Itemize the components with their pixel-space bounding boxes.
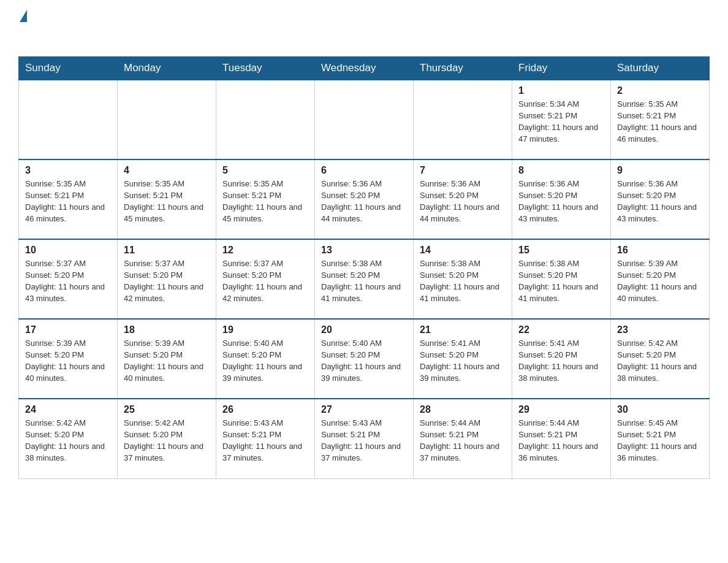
calendar-cell: 26Sunrise: 5:43 AM Sunset: 5:21 PM Dayli…: [216, 399, 315, 478]
day-number: 21: [420, 324, 506, 335]
calendar-cell: 13Sunrise: 5:38 AM Sunset: 5:20 PM Dayli…: [315, 239, 414, 319]
day-number: 23: [617, 324, 703, 335]
sun-info: Sunrise: 5:36 AM Sunset: 5:20 PM Dayligh…: [617, 178, 703, 224]
sun-info: Sunrise: 5:37 AM Sunset: 5:20 PM Dayligh…: [222, 258, 308, 304]
day-number: 4: [124, 165, 210, 176]
calendar-header-tuesday: Tuesday: [216, 57, 315, 80]
sun-info: Sunrise: 5:42 AM Sunset: 5:20 PM Dayligh…: [25, 418, 111, 464]
sun-info: Sunrise: 5:42 AM Sunset: 5:20 PM Dayligh…: [617, 338, 703, 384]
sun-info: Sunrise: 5:36 AM Sunset: 5:20 PM Dayligh…: [518, 178, 604, 224]
calendar-cell: 19Sunrise: 5:40 AM Sunset: 5:20 PM Dayli…: [216, 319, 315, 399]
calendar-cell: 6Sunrise: 5:36 AM Sunset: 5:20 PM Daylig…: [315, 159, 414, 239]
calendar-cell: 29Sunrise: 5:44 AM Sunset: 5:21 PM Dayli…: [512, 399, 611, 478]
day-number: 13: [321, 245, 407, 256]
calendar-cell: 2Sunrise: 5:35 AM Sunset: 5:21 PM Daylig…: [611, 80, 710, 159]
calendar-cell: 10Sunrise: 5:37 AM Sunset: 5:20 PM Dayli…: [19, 239, 118, 319]
calendar-cell: [19, 80, 118, 159]
calendar-cell: 23Sunrise: 5:42 AM Sunset: 5:20 PM Dayli…: [611, 319, 710, 399]
calendar-cell: 3Sunrise: 5:35 AM Sunset: 5:21 PM Daylig…: [19, 159, 118, 239]
day-number: 16: [617, 245, 703, 256]
sun-info: Sunrise: 5:43 AM Sunset: 5:21 PM Dayligh…: [222, 418, 308, 464]
sun-info: Sunrise: 5:35 AM Sunset: 5:21 PM Dayligh…: [222, 178, 308, 224]
day-number: 17: [25, 324, 111, 335]
day-number: 26: [222, 404, 308, 415]
day-number: 2: [617, 85, 703, 96]
calendar-cell: 25Sunrise: 5:42 AM Sunset: 5:20 PM Dayli…: [118, 399, 216, 478]
calendar-cell: 11Sunrise: 5:37 AM Sunset: 5:20 PM Dayli…: [118, 239, 216, 319]
calendar-cell: 27Sunrise: 5:43 AM Sunset: 5:21 PM Dayli…: [315, 399, 414, 478]
day-number: 7: [420, 165, 506, 176]
day-number: 25: [124, 404, 210, 415]
calendar-cell: 28Sunrise: 5:44 AM Sunset: 5:21 PM Dayli…: [414, 399, 512, 478]
day-number: 27: [321, 404, 407, 415]
calendar-week-row: 24Sunrise: 5:42 AM Sunset: 5:20 PM Dayli…: [19, 399, 710, 478]
sun-info: Sunrise: 5:38 AM Sunset: 5:20 PM Dayligh…: [321, 258, 407, 304]
day-number: 24: [25, 404, 111, 415]
sun-info: Sunrise: 5:37 AM Sunset: 5:20 PM Dayligh…: [124, 258, 210, 304]
day-number: 8: [518, 165, 604, 176]
day-number: 3: [25, 165, 111, 176]
day-number: 18: [124, 324, 210, 335]
calendar-week-row: 1Sunrise: 5:34 AM Sunset: 5:21 PM Daylig…: [19, 80, 710, 159]
sun-info: Sunrise: 5:34 AM Sunset: 5:21 PM Dayligh…: [518, 99, 604, 145]
day-number: 30: [617, 404, 703, 415]
calendar-header-thursday: Thursday: [414, 57, 512, 80]
calendar-cell: 8Sunrise: 5:36 AM Sunset: 5:20 PM Daylig…: [512, 159, 611, 239]
day-number: 29: [518, 404, 604, 415]
logo-blue-text: [18, 25, 20, 44]
calendar-cell: [315, 80, 414, 159]
calendar-cell: 7Sunrise: 5:36 AM Sunset: 5:20 PM Daylig…: [414, 159, 512, 239]
day-number: 10: [25, 245, 111, 256]
logo: [18, 12, 28, 44]
calendar-cell: 22Sunrise: 5:41 AM Sunset: 5:20 PM Dayli…: [512, 319, 611, 399]
calendar-cell: [216, 80, 315, 159]
day-number: 12: [222, 245, 308, 256]
sun-info: Sunrise: 5:43 AM Sunset: 5:21 PM Dayligh…: [321, 418, 407, 464]
sun-info: Sunrise: 5:35 AM Sunset: 5:21 PM Dayligh…: [617, 99, 703, 145]
sun-info: Sunrise: 5:44 AM Sunset: 5:21 PM Dayligh…: [420, 418, 506, 464]
calendar-cell: 12Sunrise: 5:37 AM Sunset: 5:20 PM Dayli…: [216, 239, 315, 319]
day-number: 14: [420, 245, 506, 256]
sun-info: Sunrise: 5:40 AM Sunset: 5:20 PM Dayligh…: [321, 338, 407, 384]
sun-info: Sunrise: 5:39 AM Sunset: 5:20 PM Dayligh…: [124, 338, 210, 384]
day-number: 20: [321, 324, 407, 335]
calendar-cell: 14Sunrise: 5:38 AM Sunset: 5:20 PM Dayli…: [414, 239, 512, 319]
calendar-header-friday: Friday: [512, 57, 611, 80]
calendar-cell: 21Sunrise: 5:41 AM Sunset: 5:20 PM Dayli…: [414, 319, 512, 399]
sun-info: Sunrise: 5:41 AM Sunset: 5:20 PM Dayligh…: [518, 338, 604, 384]
page-header: [18, 12, 710, 44]
sun-info: Sunrise: 5:42 AM Sunset: 5:20 PM Dayligh…: [124, 418, 210, 464]
calendar-cell: 30Sunrise: 5:45 AM Sunset: 5:21 PM Dayli…: [611, 399, 710, 478]
calendar-header-sunday: Sunday: [19, 57, 118, 80]
calendar-cell: 18Sunrise: 5:39 AM Sunset: 5:20 PM Dayli…: [118, 319, 216, 399]
sun-info: Sunrise: 5:38 AM Sunset: 5:20 PM Dayligh…: [518, 258, 604, 304]
calendar-header-monday: Monday: [118, 57, 216, 80]
calendar-cell: 9Sunrise: 5:36 AM Sunset: 5:20 PM Daylig…: [611, 159, 710, 239]
calendar-cell: [118, 80, 216, 159]
day-number: 9: [617, 165, 703, 176]
sun-info: Sunrise: 5:36 AM Sunset: 5:20 PM Dayligh…: [321, 178, 407, 224]
day-number: 6: [321, 165, 407, 176]
calendar-week-row: 3Sunrise: 5:35 AM Sunset: 5:21 PM Daylig…: [19, 159, 710, 239]
calendar-week-row: 17Sunrise: 5:39 AM Sunset: 5:20 PM Dayli…: [19, 319, 710, 399]
sun-info: Sunrise: 5:44 AM Sunset: 5:21 PM Dayligh…: [518, 418, 604, 464]
sun-info: Sunrise: 5:35 AM Sunset: 5:21 PM Dayligh…: [124, 178, 210, 224]
calendar-cell: 24Sunrise: 5:42 AM Sunset: 5:20 PM Dayli…: [19, 399, 118, 478]
logo-triangle-icon: [20, 10, 27, 22]
calendar-cell: 1Sunrise: 5:34 AM Sunset: 5:21 PM Daylig…: [512, 80, 611, 159]
sun-info: Sunrise: 5:45 AM Sunset: 5:21 PM Dayligh…: [617, 418, 703, 464]
calendar-cell: 4Sunrise: 5:35 AM Sunset: 5:21 PM Daylig…: [118, 159, 216, 239]
calendar-cell: 15Sunrise: 5:38 AM Sunset: 5:20 PM Dayli…: [512, 239, 611, 319]
sun-info: Sunrise: 5:41 AM Sunset: 5:20 PM Dayligh…: [420, 338, 506, 384]
sun-info: Sunrise: 5:38 AM Sunset: 5:20 PM Dayligh…: [420, 258, 506, 304]
day-number: 15: [518, 245, 604, 256]
calendar-cell: 20Sunrise: 5:40 AM Sunset: 5:20 PM Dayli…: [315, 319, 414, 399]
sun-info: Sunrise: 5:37 AM Sunset: 5:20 PM Dayligh…: [25, 258, 111, 304]
day-number: 1: [518, 85, 604, 96]
sun-info: Sunrise: 5:40 AM Sunset: 5:20 PM Dayligh…: [222, 338, 308, 384]
calendar-week-row: 10Sunrise: 5:37 AM Sunset: 5:20 PM Dayli…: [19, 239, 710, 319]
calendar-cell: 17Sunrise: 5:39 AM Sunset: 5:20 PM Dayli…: [19, 319, 118, 399]
calendar-cell: 5Sunrise: 5:35 AM Sunset: 5:21 PM Daylig…: [216, 159, 315, 239]
day-number: 19: [222, 324, 308, 335]
day-number: 28: [420, 404, 506, 415]
